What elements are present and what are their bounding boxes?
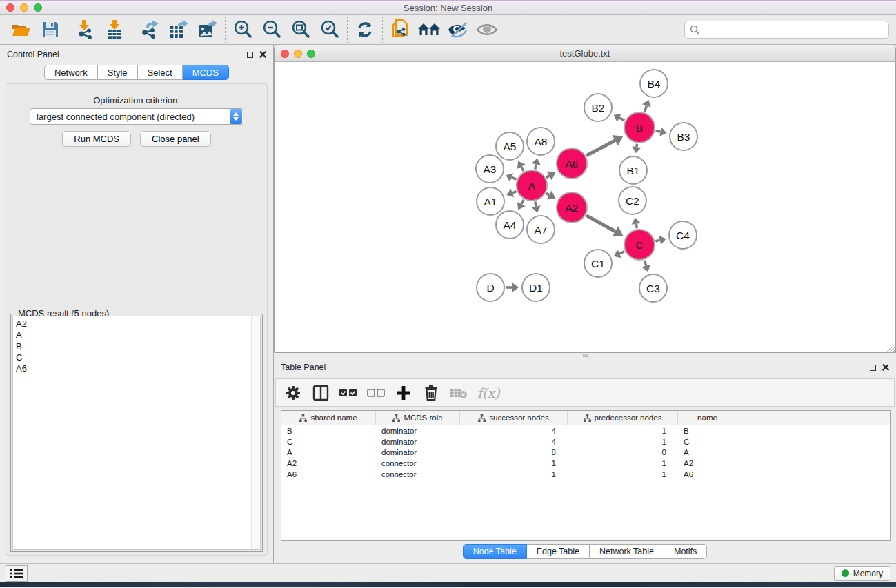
column-header-shared-name[interactable]: shared name	[281, 411, 376, 425]
graph-edge[interactable]	[546, 176, 549, 177]
result-item[interactable]: A	[16, 330, 260, 341]
result-item[interactable]: A6	[16, 363, 260, 374]
table-cell[interactable]: A2	[281, 459, 376, 467]
table-cell[interactable]: C	[678, 438, 737, 446]
tab-style[interactable]: Style	[98, 65, 138, 80]
table-cell[interactable]: 8	[460, 448, 568, 456]
criterion-dropdown[interactable]: largest connected component (directed)	[30, 108, 243, 125]
table-cell[interactable]: 4	[460, 438, 568, 446]
memory-button[interactable]: Memory	[834, 566, 890, 581]
table-cell[interactable]: A	[678, 448, 737, 456]
column-header-name[interactable]: name	[678, 411, 737, 425]
table-cell[interactable]: 1	[568, 427, 678, 435]
graph-edge[interactable]	[512, 177, 517, 179]
zoom-selected-button[interactable]	[315, 17, 344, 43]
zoom-fit-button[interactable]	[286, 17, 315, 43]
export-network-button[interactable]	[135, 17, 164, 43]
zoom-window-icon[interactable]	[34, 3, 42, 12]
graph-edge[interactable]	[644, 261, 646, 266]
search-box[interactable]	[684, 21, 889, 39]
export-table-button[interactable]	[164, 17, 193, 43]
table-cell[interactable]: 1	[568, 438, 678, 446]
table-row[interactable]: Bdominator41B	[281, 425, 890, 436]
export-image-button[interactable]	[193, 17, 222, 43]
close-panel-button[interactable]: Close panel	[140, 131, 211, 147]
table-cell[interactable]: 1	[568, 459, 678, 467]
eye-button[interactable]	[472, 17, 501, 43]
graph-edge[interactable]	[535, 202, 536, 207]
graph-edge[interactable]	[636, 224, 637, 229]
save-session-button[interactable]	[36, 17, 65, 43]
graph-edge[interactable]	[512, 192, 517, 193]
search-input[interactable]	[704, 25, 884, 35]
table-cell[interactable]: B	[678, 427, 737, 435]
table-cell[interactable]: A	[281, 448, 376, 456]
tab-mcds[interactable]: MCDS	[183, 65, 229, 80]
zoom-in-button[interactable]	[228, 17, 257, 43]
graph-edge[interactable]	[521, 200, 524, 204]
graph-edge[interactable]	[619, 252, 624, 254]
column-header-predecessor-nodes[interactable]: predecessor nodes	[568, 411, 678, 425]
tab-motifs[interactable]: Motifs	[664, 544, 707, 559]
delete-table-button[interactable]	[450, 384, 468, 402]
table-cell[interactable]: 1	[460, 459, 568, 467]
table-cell[interactable]: 4	[460, 427, 568, 435]
graph-edge[interactable]	[586, 216, 615, 232]
function-builder-button[interactable]: f(x)	[477, 385, 500, 401]
network-document-button[interactable]	[386, 17, 415, 43]
table-cell[interactable]: dominator	[376, 438, 460, 446]
result-item[interactable]: C	[16, 352, 260, 363]
zoom-out-button[interactable]	[257, 17, 286, 43]
graph-edge[interactable]	[644, 105, 646, 112]
refresh-button[interactable]	[350, 17, 379, 43]
run-mcds-button[interactable]: Run MCDS	[62, 131, 131, 147]
task-history-button[interactable]	[6, 565, 28, 582]
import-table-button[interactable]	[100, 17, 129, 43]
minimize-window-icon[interactable]	[20, 3, 28, 12]
result-item[interactable]: A2	[16, 318, 260, 330]
graph-edge[interactable]	[637, 144, 637, 148]
table-cell[interactable]: A6	[678, 470, 737, 478]
graph-edge[interactable]	[586, 141, 615, 156]
graph-edge[interactable]	[535, 164, 536, 169]
table-row[interactable]: A6connector11A6	[281, 469, 890, 480]
graph-edge[interactable]	[656, 131, 661, 132]
table-row[interactable]: Cdominator41C	[281, 436, 890, 447]
table-cell[interactable]: C	[281, 438, 376, 446]
open-session-button[interactable]	[7, 17, 36, 43]
resize-grip[interactable]	[887, 344, 895, 352]
tab-edge-table[interactable]: Edge Table	[527, 544, 590, 559]
result-scrollbar[interactable]	[251, 316, 260, 549]
network-minimize-icon[interactable]	[294, 50, 302, 58]
table-row[interactable]: A2connector11A2	[281, 458, 890, 469]
column-header-mcds-role[interactable]: MCDS role	[376, 411, 460, 425]
delete-column-button[interactable]	[422, 384, 440, 402]
graph-edge[interactable]	[521, 167, 524, 171]
float-table-panel-icon[interactable]	[870, 365, 876, 371]
network-close-icon[interactable]	[281, 50, 289, 58]
table-cell[interactable]: dominator	[376, 448, 460, 456]
table-cell[interactable]: dominator	[376, 427, 460, 435]
tab-network-table[interactable]: Network Table	[590, 544, 664, 559]
column-header-successor-nodes[interactable]: successor nodes	[460, 411, 568, 425]
select-all-button[interactable]	[339, 384, 357, 402]
network-canvas[interactable]: B4B2BB3A5A8A6A3B1AC2A1A2A4A7C4CC1DD1C3	[275, 62, 895, 352]
table-cell[interactable]: connector	[376, 470, 460, 478]
float-panel-icon[interactable]	[247, 52, 253, 58]
graph-edge[interactable]	[619, 118, 625, 121]
node-table[interactable]: shared name MCDS role successor nodes pr…	[281, 410, 891, 541]
panel-splitter[interactable]	[274, 353, 896, 358]
hide-annotations-button[interactable]	[444, 17, 472, 43]
close-table-panel-icon[interactable]	[882, 364, 889, 371]
table-cell[interactable]: A6	[281, 470, 376, 478]
add-column-button[interactable]	[395, 384, 412, 402]
close-window-icon[interactable]	[6, 3, 14, 12]
table-cell[interactable]: 1	[568, 470, 678, 478]
table-row[interactable]: Adominator80A	[281, 447, 890, 458]
table-cell[interactable]: 0	[568, 448, 678, 456]
table-cell[interactable]: B	[281, 427, 376, 435]
deselect-all-button[interactable]	[367, 384, 385, 402]
table-settings-button[interactable]	[284, 384, 302, 402]
tab-node-table[interactable]: Node Table	[463, 544, 527, 559]
split-view-button[interactable]	[312, 384, 330, 402]
